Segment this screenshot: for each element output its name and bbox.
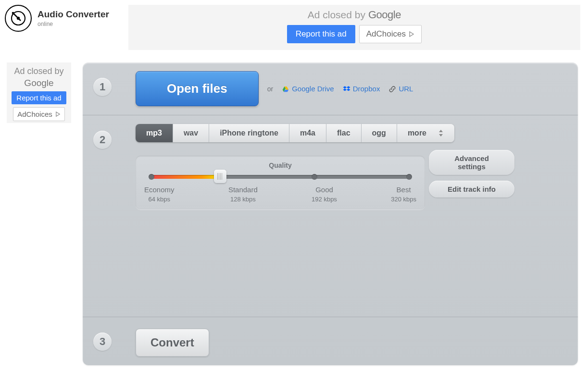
slider-stop-good: [312, 174, 317, 180]
adchoices-button[interactable]: AdChoices: [359, 25, 422, 43]
format-tab-more[interactable]: more: [397, 124, 454, 142]
app-logo-icon: [5, 5, 32, 32]
format-tab-m4a[interactable]: m4a: [289, 124, 326, 142]
quality-label: Economy: [144, 186, 175, 194]
adchoices-button-left[interactable]: AdChoices: [13, 107, 65, 121]
app-logo-block: Audio Converter online: [5, 5, 109, 32]
adchoices-label-left: AdChoices: [17, 110, 52, 118]
slider-thumb[interactable]: [214, 170, 226, 183]
step-1: 1 Open files or Google Drive Dropbox URL: [83, 62, 578, 115]
quality-label: Standard: [228, 186, 258, 194]
step-2: 2 mp3 wav iPhone ringtone m4a flac ogg m…: [83, 115, 578, 317]
ad-closed-text: Ad closed by: [308, 9, 365, 21]
dropbox-icon: [343, 85, 350, 93]
step-1-number: 1: [93, 78, 112, 96]
quality-panel: Quality Economy 64 kbps Standard: [136, 156, 425, 210]
main-panel: 1 Open files or Google Drive Dropbox URL: [83, 62, 578, 365]
format-tabs: mp3 wav iPhone ringtone m4a flac ogg mor…: [136, 124, 454, 142]
ad-banner-left: Ad closed by Google Report this ad AdCho…: [7, 62, 71, 123]
quality-level-standard: Standard 128 kbps: [228, 186, 258, 203]
source-dropbox[interactable]: Dropbox: [343, 85, 380, 93]
format-tab-more-label: more: [408, 129, 426, 137]
format-tab-mp3[interactable]: mp3: [136, 124, 173, 142]
format-tab-ogg[interactable]: ogg: [362, 124, 397, 142]
quality-rate: 64 kbps: [144, 196, 175, 203]
adchoices-label: AdChoices: [366, 29, 406, 39]
quality-rate: 128 kbps: [228, 196, 258, 203]
source-url[interactable]: URL: [388, 85, 413, 93]
quality-title: Quality: [146, 161, 414, 169]
updown-icon: [438, 130, 444, 136]
app-title: Audio Converter: [38, 9, 109, 20]
quality-level-economy: Economy 64 kbps: [144, 186, 175, 203]
step-3-number: 3: [93, 333, 112, 351]
quality-level-good: Good 192 kbps: [312, 186, 337, 203]
or-label: or: [267, 85, 273, 93]
quality-rate: 192 kbps: [312, 196, 337, 203]
url-label: URL: [399, 85, 413, 93]
quality-slider[interactable]: [150, 175, 411, 179]
source-google-drive[interactable]: Google Drive: [282, 85, 334, 93]
adchoices-icon-left: [55, 111, 61, 117]
format-tab-flac[interactable]: flac: [326, 124, 362, 142]
step-2-number: 2: [93, 131, 112, 149]
slider-stop-economy: [149, 174, 154, 180]
open-files-button[interactable]: Open files: [136, 71, 259, 106]
format-tab-iphone-ringtone[interactable]: iPhone ringtone: [209, 124, 289, 142]
convert-button[interactable]: Convert: [136, 329, 209, 357]
google-drive-icon: [282, 85, 289, 93]
adchoices-icon: [409, 31, 414, 37]
edit-track-info-button[interactable]: Edit track info: [429, 181, 514, 198]
link-icon: [388, 85, 396, 93]
quality-label: Best: [391, 186, 416, 194]
step-3: 3 Convert: [83, 317, 578, 365]
google-logo-text: Google: [368, 9, 401, 21]
quality-label: Good: [312, 186, 337, 194]
report-ad-button[interactable]: Report this ad: [287, 25, 355, 43]
dropbox-label: Dropbox: [353, 85, 380, 93]
report-ad-button-left[interactable]: Report this ad: [12, 91, 66, 104]
ad-left-closed-text: Ad closed by: [14, 66, 63, 77]
format-tab-wav[interactable]: wav: [173, 124, 209, 142]
quality-level-best: Best 320 kbps: [391, 186, 416, 203]
ad-banner-top: Ad closed by Google Report this ad AdCho…: [128, 5, 580, 50]
google-drive-label: Google Drive: [292, 85, 334, 93]
slider-stop-best: [406, 174, 412, 180]
app-subtitle: online: [38, 21, 109, 27]
google-logo-text-left: Google: [24, 78, 53, 88]
quality-rate: 320 kbps: [391, 196, 416, 203]
advanced-settings-button[interactable]: Advanced settings: [429, 150, 514, 175]
svg-point-3: [12, 12, 14, 14]
